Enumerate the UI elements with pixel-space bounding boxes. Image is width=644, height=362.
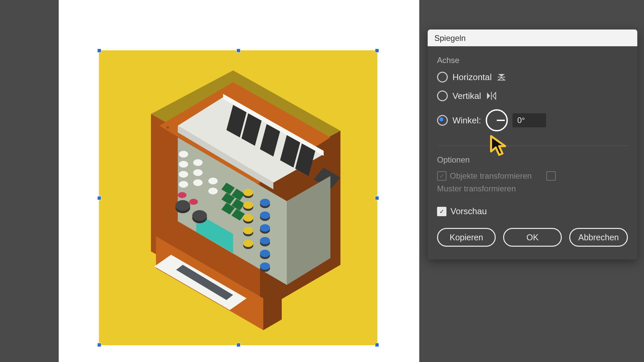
transform-objects-label: Objekte transformieren: [450, 171, 532, 181]
svg-point-26: [189, 199, 198, 205]
options-section-label: Optionen: [437, 155, 628, 165]
axis-horizontal-row[interactable]: Horizontal: [437, 72, 628, 82]
axis-vertical-row[interactable]: Vertikal: [437, 90, 628, 101]
transform-patterns-label: Muster transformieren: [437, 184, 516, 193]
svg-point-24: [208, 188, 218, 194]
svg-point-65: [153, 243, 156, 246]
svg-point-42: [243, 214, 253, 222]
svg-point-23: [208, 178, 218, 184]
reflect-dialog: Spiegeln Achse Horizontal Vertikal: [428, 29, 637, 259]
svg-point-16: [179, 151, 188, 158]
svg-point-20: [193, 159, 203, 166]
svg-point-50: [260, 212, 270, 219]
radio-vertical-label: Vertikal: [452, 91, 481, 101]
radio-vertical[interactable]: [437, 90, 448, 101]
svg-point-17: [179, 161, 188, 168]
svg-point-18: [179, 171, 188, 178]
svg-rect-67: [498, 77, 505, 77]
canvas-frame: [59, 0, 419, 362]
svg-point-30: [192, 210, 207, 221]
svg-point-64: [165, 217, 167, 219]
dialog-title[interactable]: Spiegeln: [428, 29, 637, 46]
vertical-flip-icon: [486, 91, 497, 101]
angle-input[interactable]: [513, 113, 546, 127]
svg-marker-68: [498, 78, 505, 80]
axis-angle-row[interactable]: Winkel:: [437, 109, 628, 131]
checkbox-transform-objects: [437, 171, 446, 181]
svg-point-22: [193, 179, 203, 186]
svg-point-54: [260, 237, 270, 244]
svg-point-29: [175, 200, 190, 211]
svg-point-48: [260, 199, 270, 206]
svg-point-25: [178, 192, 186, 198]
axis-section-label: Achse: [437, 56, 628, 65]
svg-rect-70: [491, 92, 492, 100]
radio-angle-label: Winkel:: [452, 115, 481, 126]
svg-point-44: [243, 227, 253, 234]
checkbox-preview[interactable]: [437, 207, 446, 216]
radio-angle[interactable]: [437, 115, 448, 126]
angle-dial[interactable]: [486, 109, 508, 131]
svg-point-21: [193, 169, 203, 176]
svg-marker-69: [487, 93, 490, 99]
preview-label: Vorschau: [450, 206, 487, 217]
copy-button[interactable]: Kopieren: [437, 228, 496, 247]
ok-button[interactable]: OK: [503, 228, 562, 247]
svg-point-38: [243, 189, 253, 196]
horizontal-flip-icon: [496, 72, 506, 82]
svg-point-58: [260, 262, 270, 270]
svg-point-19: [179, 181, 188, 188]
radio-horizontal[interactable]: [437, 72, 448, 82]
svg-point-63: [166, 126, 169, 129]
selected-artwork[interactable]: [99, 50, 377, 345]
cancel-button[interactable]: Abbrechen: [569, 228, 628, 247]
radio-horizontal-label: Horizontal: [452, 72, 492, 82]
svg-marker-66: [498, 74, 505, 76]
svg-point-46: [243, 240, 253, 247]
synth-artwork: [99, 50, 377, 345]
svg-marker-71: [493, 93, 496, 99]
svg-point-40: [243, 201, 253, 209]
preview-row[interactable]: Vorschau: [437, 206, 628, 217]
svg-point-52: [260, 224, 270, 232]
checkbox-transform-patterns: [546, 171, 556, 181]
svg-point-56: [260, 250, 270, 257]
